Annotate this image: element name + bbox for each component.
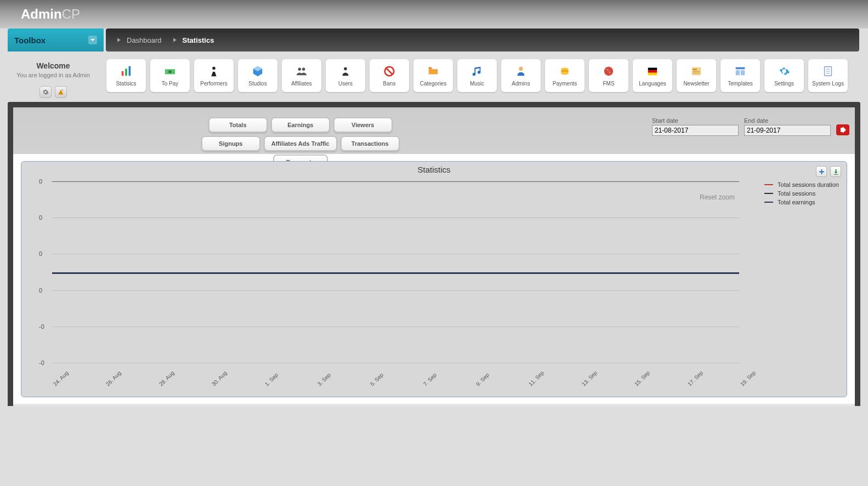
arrow-right-icon (839, 127, 846, 133)
x-tick-label: 15. Sep (633, 370, 651, 387)
x-tick-label: 28. Aug (158, 370, 175, 387)
chart-plot[interactable]: 0000-0-024. Aug26. Aug28. Aug30. Aug1. S… (52, 181, 739, 363)
legend-item[interactable]: Total earnings (764, 199, 839, 205)
svg-rect-20 (693, 68, 697, 70)
tab-viewers[interactable]: Viewers (333, 117, 393, 133)
welcome-icons (8, 86, 99, 98)
x-tick-label: 3. Sep (316, 372, 332, 387)
date-filter: Start date End date (652, 117, 849, 136)
nav-row: Toolbox Dashboard Statistics (0, 28, 868, 52)
chart-box: Statistics Total sessions duration Total… (21, 161, 847, 397)
toolbox-label: Toolbox (14, 36, 46, 45)
body-row: Welcome You are logged in as Admin Stati… (0, 52, 868, 102)
tab-earnings[interactable]: Earnings (271, 117, 330, 133)
tile-categories[interactable]: Categories (413, 59, 453, 92)
chart-download-button[interactable] (830, 166, 841, 177)
legend-item[interactable]: Total sessions duration (764, 181, 839, 188)
tile-newsletter[interactable]: Newsletter (677, 59, 716, 92)
y-tick-label: 0 (39, 287, 42, 294)
svg-rect-24 (736, 70, 740, 75)
legend-item[interactable]: Total sessions (764, 190, 839, 197)
brand-logo: AdminCP (21, 7, 80, 22)
end-date-input[interactable] (744, 125, 831, 136)
y-tick-label: 0 (39, 250, 42, 257)
y-tick-label: 0 (39, 214, 42, 221)
tile-templates[interactable]: Templates (721, 59, 760, 92)
user-icon (339, 65, 351, 77)
tab-transactions[interactable]: Transactions (341, 136, 400, 151)
tile-payments[interactable]: Payments (545, 59, 585, 92)
gridline (52, 327, 739, 327)
legend-swatch (764, 184, 773, 185)
arrow-right-icon (172, 37, 178, 43)
tile-bans[interactable]: Bans (370, 59, 409, 92)
x-tick-label: 24. Aug (52, 370, 70, 387)
breadcrumb: Dashboard Statistics (106, 28, 859, 52)
logout-button[interactable] (55, 86, 67, 98)
x-tick-label: 13. Sep (581, 370, 598, 387)
welcome-title: Welcome (8, 61, 99, 70)
svg-rect-16 (648, 67, 657, 70)
content-panel: Totals Earnings Viewers Signups Affiliat… (8, 102, 860, 406)
tile-to-pay[interactable]: To Pay (150, 59, 190, 92)
tab-label: Transactions (351, 140, 389, 147)
x-tick-label: 19. Sep (739, 370, 757, 387)
y-tick-label: 0 (39, 178, 42, 185)
tab-label: Totals (229, 122, 247, 128)
tile-statistics[interactable]: Statisics (106, 59, 146, 92)
tile-performers[interactable]: Performers (194, 59, 234, 92)
tab-totals[interactable]: Totals (208, 117, 268, 133)
toolbox-toggle[interactable]: Toolbox (8, 28, 104, 52)
x-tick-label: 17. Sep (687, 370, 704, 387)
tile-languages[interactable]: Languages (633, 59, 672, 92)
svg-rect-21 (693, 71, 700, 72)
music-icon (471, 65, 483, 77)
tile-users[interactable]: Users (326, 59, 365, 92)
tile-label: Admins (512, 81, 530, 87)
svg-point-4 (168, 70, 172, 73)
gridline (52, 218, 739, 218)
legend-swatch (764, 193, 773, 194)
chart-add-button[interactable] (816, 166, 827, 177)
welcome-subtitle: You are logged in as Admin (8, 72, 99, 78)
start-date-input[interactable] (652, 125, 739, 136)
tile-label: Languages (639, 81, 666, 87)
svg-rect-22 (693, 72, 700, 73)
chart-area: Statistics Total sessions duration Total… (13, 155, 855, 404)
svg-rect-2 (129, 66, 131, 75)
svg-rect-17 (648, 70, 657, 73)
brand-a: Admin (21, 7, 62, 21)
breadcrumb-dashboard[interactable]: Dashboard (116, 36, 162, 44)
settings-button[interactable] (39, 86, 52, 98)
chart-title: Statistics (21, 162, 847, 174)
x-tick-label: 5. Sep (369, 372, 384, 387)
go-button[interactable] (836, 124, 849, 135)
gridline (52, 290, 739, 291)
tile-label: Studios (248, 81, 266, 87)
tab-affiliates-traffic[interactable]: Affiliates Ads Traffic (264, 136, 337, 151)
tab-label: Viewers (351, 122, 374, 128)
x-tick-label: 26. Aug (105, 370, 122, 387)
svg-point-7 (302, 67, 305, 70)
tab-signups[interactable]: Signups (201, 136, 260, 151)
start-date-label: Start date (652, 117, 739, 124)
welcome-panel: Welcome You are logged in as Admin (0, 52, 104, 102)
tile-label: Payments (553, 81, 577, 87)
coins-icon (559, 65, 571, 77)
chevron-down-icon (88, 36, 97, 44)
person-icon (208, 65, 220, 77)
tile-affiliates[interactable]: Affiliates (282, 59, 321, 92)
x-tick-label: 30. Aug (211, 370, 228, 387)
layout-icon (734, 65, 746, 77)
tile-system-logs[interactable]: System Logs (808, 59, 848, 92)
chart-legend: Total sessions duration Total sessions T… (764, 181, 839, 208)
tile-settings[interactable]: Settings (764, 59, 804, 92)
tile-admins[interactable]: Admins (501, 59, 541, 92)
tile-music[interactable]: Music (457, 59, 497, 92)
breadcrumb-statistics[interactable]: Statistics (172, 36, 214, 44)
tile-label: System Logs (812, 81, 844, 87)
tile-fms[interactable]: FMS (589, 59, 628, 92)
chart-actions (816, 166, 841, 177)
top-bar: AdminCP (0, 0, 868, 28)
tile-studios[interactable]: Studios (238, 59, 277, 92)
